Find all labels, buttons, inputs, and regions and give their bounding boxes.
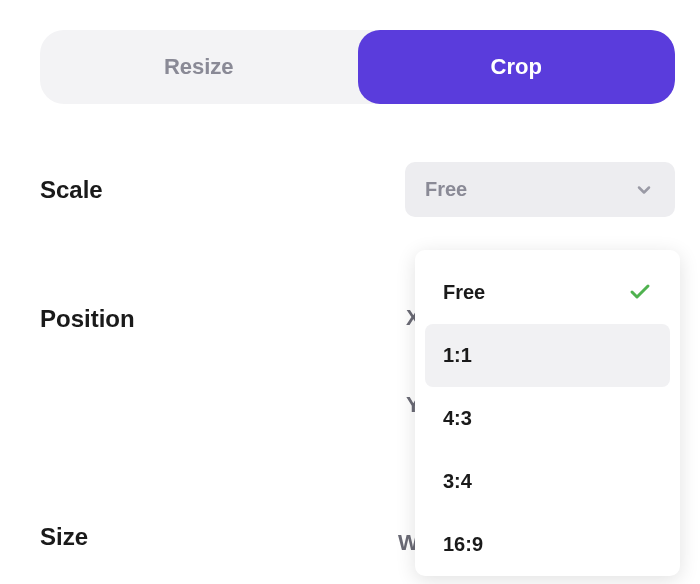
tab-resize[interactable]: Resize (40, 30, 358, 104)
scale-dropdown-panel: Free 1:1 4:3 3:4 16:9 (415, 250, 680, 576)
scale-label: Scale (40, 176, 103, 204)
tab-crop[interactable]: Crop (358, 30, 676, 104)
chevron-down-icon (633, 179, 655, 201)
dropdown-item-1-1[interactable]: 1:1 (425, 324, 670, 387)
scale-select[interactable]: Free (405, 162, 675, 217)
dropdown-item-label: Free (443, 281, 485, 304)
mode-tab-bar: Resize Crop (40, 30, 675, 104)
scale-row: Scale Free (40, 162, 675, 217)
position-label: Position (40, 305, 135, 333)
size-label: Size (40, 523, 88, 551)
scale-select-value: Free (425, 178, 467, 201)
dropdown-item-16-9[interactable]: 16:9 (425, 513, 670, 576)
tab-resize-label: Resize (164, 54, 234, 79)
dropdown-item-label: 1:1 (443, 344, 472, 367)
check-icon (628, 280, 652, 304)
dropdown-item-3-4[interactable]: 3:4 (425, 450, 670, 513)
dropdown-item-label: 4:3 (443, 407, 472, 430)
dropdown-item-label: 16:9 (443, 533, 483, 556)
dropdown-item-free[interactable]: Free (425, 260, 670, 324)
dropdown-item-label: 3:4 (443, 470, 472, 493)
dropdown-item-4-3[interactable]: 4:3 (425, 387, 670, 450)
tab-crop-label: Crop (491, 54, 542, 79)
